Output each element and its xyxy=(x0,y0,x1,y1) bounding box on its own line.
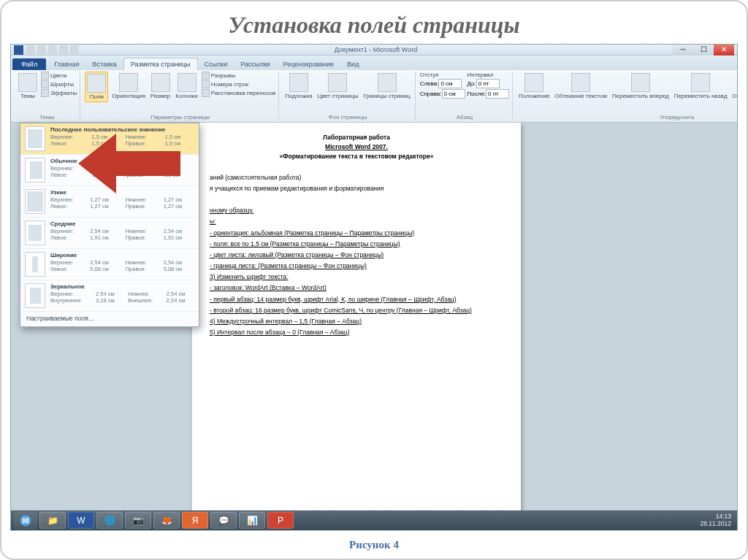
size-button[interactable]: Размер xyxy=(149,72,172,101)
tab-view[interactable]: Вид xyxy=(340,58,365,70)
group-themes: Темы Цвета Шрифты Эффекты Темы xyxy=(14,72,80,120)
maximize-button[interactable]: ☐ xyxy=(693,45,714,55)
word-window: Документ1 - Microsoft Word ─ ☐ ✕ Файл Гл… xyxy=(10,44,738,531)
task-powerpoint[interactable]: P xyxy=(267,512,294,529)
page-borders-button[interactable]: Границы страниц xyxy=(362,72,411,101)
themes-button[interactable]: Темы xyxy=(17,72,39,101)
tab-review[interactable]: Рецензирование xyxy=(277,58,341,70)
effects-button[interactable]: Эффекты xyxy=(41,89,77,97)
word-icon xyxy=(14,45,23,55)
ribbon-tabs: Файл Главная Вставка Разметка страницы С… xyxy=(11,55,737,70)
space-after[interactable]: После: xyxy=(468,89,510,99)
task-item[interactable]: 🌐 xyxy=(96,512,123,529)
watermark-button[interactable]: Подложка xyxy=(283,72,313,101)
task-explorer[interactable]: 📁 xyxy=(39,512,66,529)
task-word[interactable]: W xyxy=(68,512,94,529)
custom-margins-link[interactable]: Настраиваемые поля… xyxy=(20,312,199,325)
page[interactable]: Лабораторная работа Microsoft Word 2007.… xyxy=(192,123,521,519)
task-item[interactable]: 💬 xyxy=(210,512,237,529)
doc-heading: Лабораторная работа xyxy=(210,133,503,142)
orientation-button[interactable]: Ориентация xyxy=(110,72,146,101)
start-button[interactable] xyxy=(14,512,37,529)
tab-mailings[interactable]: Рассылки xyxy=(234,58,276,70)
wrap-text-button[interactable]: Обтекание текстом xyxy=(553,72,608,101)
task-item[interactable]: 🦊 xyxy=(153,512,180,529)
margins-button[interactable]: Поля xyxy=(85,72,108,102)
space-before[interactable]: До: xyxy=(468,79,510,88)
task-item[interactable]: 📷 xyxy=(125,512,151,529)
minimize-button[interactable]: ─ xyxy=(673,45,693,55)
send-backward-button[interactable]: Переместить назад xyxy=(673,72,729,101)
tab-page-layout[interactable]: Разметка страницы xyxy=(123,58,198,70)
group-page-setup: Поля Ориентация Размер Колонки Разрывы Н… xyxy=(82,72,279,120)
group-paragraph: Отступ Слева: Справа: Интервал До: После… xyxy=(417,72,513,120)
columns-button[interactable]: Колонки xyxy=(174,72,199,101)
colors-button[interactable]: Цвета xyxy=(41,72,77,80)
position-button[interactable]: Положение xyxy=(517,72,551,101)
margin-option-moderate[interactable]: Средние Верхнее:2,54 смНижнее:2,54 смЛев… xyxy=(20,218,199,249)
titlebar: Документ1 - Microsoft Word ─ ☐ ✕ xyxy=(11,45,737,55)
margin-option-mirrored[interactable]: Зеркальное Верхнее:2,54 смНижнее:2,54 см… xyxy=(20,280,199,312)
annotation-arrow xyxy=(78,134,180,185)
tab-file[interactable]: Файл xyxy=(12,58,46,70)
tab-insert[interactable]: Вставка xyxy=(85,58,123,70)
group-page-background: Подложка Цвет страницы Границы страниц Ф… xyxy=(280,72,416,120)
quick-access-toolbar[interactable] xyxy=(26,45,79,54)
system-tray[interactable]: 14:13 28.11.2012 xyxy=(700,513,734,527)
figure-caption: Рисунок 4 xyxy=(1,539,747,551)
task-item[interactable]: Я xyxy=(182,512,208,529)
margin-option-wide[interactable]: Широкие Верхнее:2,54 смНижнее:2,54 смЛев… xyxy=(20,249,199,280)
slide-title: Установка полей страницы xyxy=(1,1,747,46)
indent-left[interactable]: Слева: xyxy=(420,79,465,88)
group-arrange: Положение Обтекание текстом Переместить … xyxy=(514,72,738,120)
window-title: Документ1 - Microsoft Word xyxy=(79,46,673,53)
tab-home[interactable]: Главная xyxy=(47,58,85,70)
bring-forward-button[interactable]: Переместить вперед xyxy=(611,72,671,101)
selection-pane-button[interactable]: Область выделения xyxy=(730,72,738,101)
tab-references[interactable]: Ссылки xyxy=(198,58,234,70)
windows-taskbar: 📁 W 🌐 📷 🦊 Я 💬 📊 P 14:13 28.11.2012 xyxy=(11,510,737,530)
task-item[interactable]: 📊 xyxy=(239,512,265,529)
indent-right[interactable]: Справа: xyxy=(420,89,465,99)
fonts-button[interactable]: Шрифты xyxy=(41,80,77,88)
breaks-button[interactable]: Разрывы xyxy=(202,72,275,80)
spacing-label: Интервал xyxy=(468,72,510,78)
margin-preview-icon xyxy=(25,126,45,151)
close-button[interactable]: ✕ xyxy=(714,45,734,55)
page-color-button[interactable]: Цвет страницы xyxy=(316,72,359,101)
ribbon: Темы Цвета Шрифты Эффекты Темы Поля Орие… xyxy=(11,70,737,123)
indent-label: Отступ xyxy=(420,72,465,78)
line-numbers-button[interactable]: Номера строк xyxy=(202,80,275,88)
hyphenation-button[interactable]: Расстановка переносов xyxy=(202,89,275,97)
